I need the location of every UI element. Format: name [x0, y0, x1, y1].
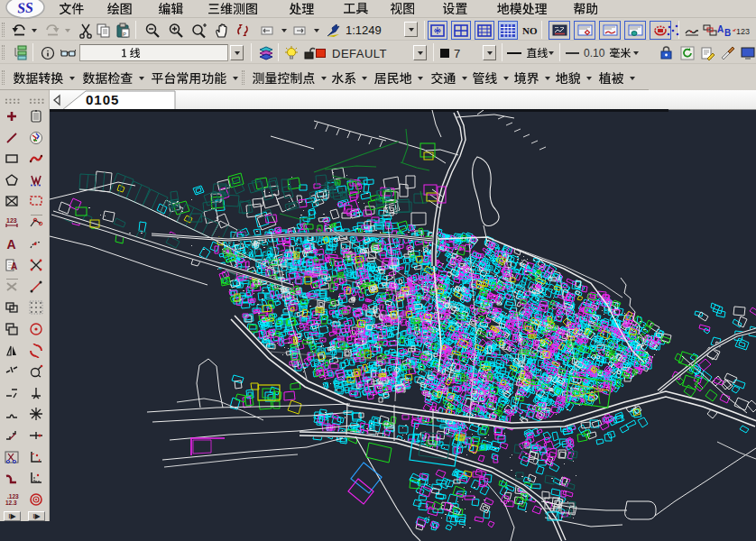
svg-text:A: A [11, 261, 17, 271]
svg-text:12.3: 12.3 [5, 500, 17, 506]
svg-text:A: A [717, 24, 724, 34]
svg-text:123: 123 [6, 217, 17, 224]
svg-text:P: P [123, 32, 126, 37]
svg-text:A: A [7, 237, 16, 252]
svg-text:.123: .123 [7, 493, 19, 500]
svg-text:SS: SS [16, 0, 33, 16]
svg-text:123: 123 [736, 27, 750, 36]
svg-text:NO: NO [522, 25, 538, 36]
